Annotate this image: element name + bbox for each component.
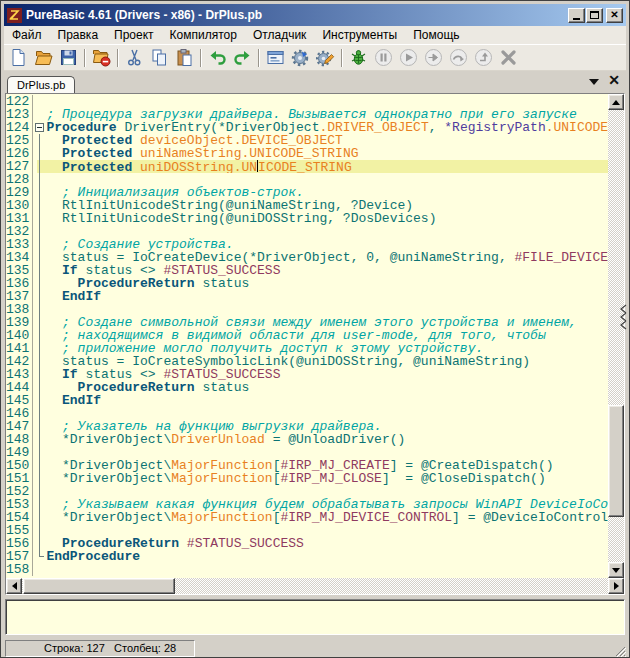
menu-item-debugger[interactable]: Отладчик: [245, 26, 314, 44]
code-line-142[interactable]: 142 status = IoCreateSymbolicLink(@uniDO…: [6, 355, 608, 368]
code-editor[interactable]: 122123; Процедура загрузки драйвера. Выз…: [5, 93, 625, 595]
scroll-up-button[interactable]: [608, 94, 624, 110]
redo-button[interactable]: [230, 46, 255, 70]
code-line-123[interactable]: 123; Процедура загрузки драйвера. Вызыва…: [6, 108, 608, 121]
code-line-132[interactable]: 132: [6, 225, 608, 238]
vertical-scrollbar-thumb[interactable]: [608, 405, 624, 517]
preferences-form-button[interactable]: [263, 46, 288, 70]
code-line-126[interactable]: 126 Protected uniNameString.UNICODE_STRI…: [6, 147, 608, 160]
scroll-down-button[interactable]: [608, 562, 624, 578]
code-line-155[interactable]: 155: [6, 524, 608, 537]
minimize-icon: [573, 18, 580, 20]
code-line-157[interactable]: 157EndProcedure: [6, 550, 608, 563]
code-line-130[interactable]: 130 RtlInitUnicodeString(@uniNameString,…: [6, 199, 608, 212]
cut-button[interactable]: [122, 46, 147, 70]
code-line-136[interactable]: 136 ProcedureReturn status: [6, 277, 608, 290]
code-line-145[interactable]: 145 EndIf: [6, 394, 608, 407]
menu-item-help[interactable]: Помощь: [405, 26, 467, 44]
close-button[interactable]: ✕: [606, 8, 623, 23]
fold-column: [33, 550, 46, 563]
code-line-122[interactable]: 122: [6, 95, 608, 108]
code-line-128[interactable]: 128: [6, 173, 608, 186]
code-text: If status <> #STATUS_SUCCESS: [46, 264, 608, 277]
code-line-153[interactable]: 153 ; Указываем какая функция будем обра…: [6, 498, 608, 511]
fold-column: [33, 212, 46, 225]
undo-button[interactable]: [205, 46, 230, 70]
minimize-button[interactable]: [568, 8, 585, 23]
menu-item-file[interactable]: Файл: [4, 26, 50, 44]
code-line-141[interactable]: 141 ; приложение могло получить доступ к…: [6, 342, 608, 355]
debugger-button[interactable]: [346, 46, 371, 70]
code-line-129[interactable]: 129 ; Инициализация объектов-строк.: [6, 186, 608, 199]
code-line-146[interactable]: 146: [6, 407, 608, 420]
code-line-135[interactable]: 135 If status <> #STATUS_SUCCESS: [6, 264, 608, 277]
code-line-140[interactable]: 140 ; находящимся в видимой области для …: [6, 329, 608, 342]
code-text: *DriverObject\DriverUnload = @UnloadDriv…: [46, 433, 608, 446]
horizontal-scrollbar[interactable]: [6, 578, 624, 594]
fold-column: [33, 95, 46, 108]
compile-run-button[interactable]: [288, 46, 313, 70]
step-icon: [424, 48, 443, 67]
close-tab-button[interactable]: ✕: [608, 74, 620, 86]
editor-view[interactable]: 122123; Процедура загрузки драйвера. Выз…: [6, 94, 608, 578]
fold-collapse-marker[interactable]: [33, 121, 46, 134]
new-file-button[interactable]: [6, 46, 31, 70]
resize-grip[interactable]: [613, 644, 626, 657]
code-line-144[interactable]: 144 ProcedureReturn status: [6, 381, 608, 394]
scroll-left-button[interactable]: [6, 578, 22, 594]
fold-column: [33, 277, 46, 290]
paste-button[interactable]: [172, 46, 197, 70]
code-line-156[interactable]: 156 ProcedureReturn #STATUS_SUCCESS: [6, 537, 608, 550]
vertical-scrollbar-track[interactable]: [608, 110, 624, 562]
code-line-148[interactable]: 148 *DriverObject\DriverUnload = @Unload…: [6, 433, 608, 446]
compiler-options-button[interactable]: [313, 46, 338, 70]
fold-column: [33, 225, 46, 238]
fold-column: [33, 316, 46, 329]
code-line-149[interactable]: 149: [6, 446, 608, 459]
fold-column: [33, 173, 46, 186]
tab-list-dropdown-icon[interactable]: [589, 79, 599, 85]
menu-item-project[interactable]: Проект: [106, 26, 162, 44]
horizontal-scrollbar-thumb[interactable]: [23, 578, 175, 594]
maximize-button[interactable]: [586, 8, 603, 23]
code-line-131[interactable]: 131 RtlInitUnicodeString(@uniDOSString, …: [6, 212, 608, 225]
code-line-150[interactable]: 150 *DriverObject\MajorFunction[#IRP_MJ_…: [6, 459, 608, 472]
copy-button[interactable]: [147, 46, 172, 70]
horizontal-scrollbar-track[interactable]: [22, 578, 608, 594]
code-line-127[interactable]: 127 Protected uniDOSString.UNICODE_STRIN…: [6, 160, 608, 173]
cursor-position-status: Строка: 127 Столбец: 28: [5, 640, 195, 657]
open-file-button[interactable]: [31, 46, 56, 70]
close-file-button[interactable]: [89, 46, 114, 70]
code-line-154[interactable]: 154 *DriverObject\MajorFunction[#IRP_MJ_…: [6, 511, 608, 524]
code-line-134[interactable]: 134 status = IoCreateDevice(*DriverObjec…: [6, 251, 608, 264]
scroll-right-button[interactable]: [608, 578, 624, 594]
code-line-125[interactable]: 125 Protected deviceObject.DEVICE_OBJECT: [6, 134, 608, 147]
code-line-143[interactable]: 143 If status <> #STATUS_SUCCESS: [6, 368, 608, 381]
code-line-139[interactable]: 139 ; Создане символьной связи между име…: [6, 316, 608, 329]
code-text: [46, 485, 608, 498]
fold-column: [33, 563, 46, 576]
code-line-124[interactable]: 124Procedure DriverEntry(*DriverObject.D…: [6, 121, 608, 134]
code-line-152[interactable]: 152: [6, 485, 608, 498]
code-line-151[interactable]: 151 *DriverObject\MajorFunction[#IRP_MJ_…: [6, 472, 608, 485]
menu-item-edit[interactable]: Правка: [50, 26, 107, 44]
code-line-138[interactable]: 138: [6, 303, 608, 316]
code-line-137[interactable]: 137 EndIf: [6, 290, 608, 303]
status-bar: Строка: 127 Столбец: 28: [4, 638, 626, 658]
fold-column: [33, 238, 46, 251]
vertical-scrollbar[interactable]: [608, 94, 624, 578]
save-file-button[interactable]: [56, 46, 81, 70]
code-line-133[interactable]: 133 ; Создание устройства.: [6, 238, 608, 251]
fold-column: [33, 485, 46, 498]
code-line-158[interactable]: 158: [6, 563, 608, 576]
code-text: status = IoCreateDevice(*DriverObject, 0…: [46, 251, 608, 264]
titlebar[interactable]: PureBasic 4.61 (Drivers - x86) - DrPlus.…: [4, 4, 626, 26]
code-text: EndIf: [46, 290, 608, 303]
tab-drplus[interactable]: DrPlus.pb: [7, 76, 75, 93]
fold-minus-icon[interactable]: [35, 123, 44, 132]
code-line-147[interactable]: 147 ; Указатель на функцию выгрузки драй…: [6, 420, 608, 433]
menu-item-compiler[interactable]: Компилятор: [162, 26, 245, 44]
menu-item-tools[interactable]: Инструменты: [314, 26, 405, 44]
side-panel-splitter-grip[interactable]: [617, 301, 629, 333]
code-text: ; Указываем какая функция будем обрабаты…: [46, 498, 608, 511]
